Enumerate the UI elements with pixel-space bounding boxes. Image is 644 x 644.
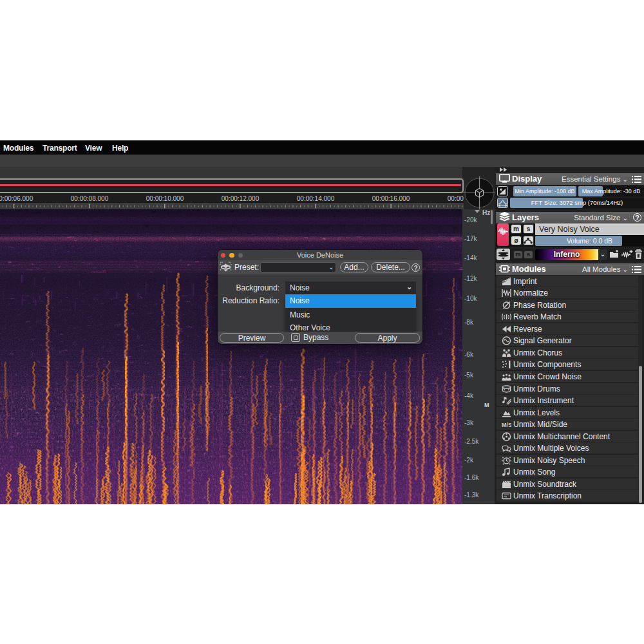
svg-text:M/S: M/S bbox=[502, 422, 511, 428]
